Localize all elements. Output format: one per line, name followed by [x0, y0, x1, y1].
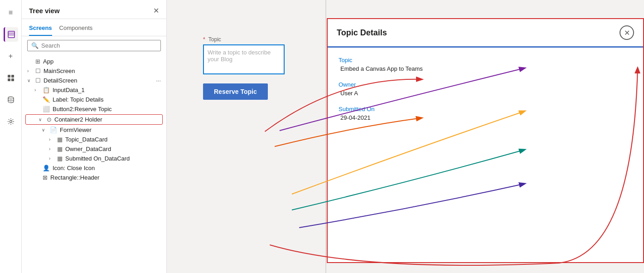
field-value-owner: User A [339, 90, 632, 97]
field-label-text: Topic [208, 36, 221, 43]
tab-components[interactable]: Components [59, 23, 93, 36]
tree-title: Tree view [29, 7, 60, 15]
required-marker: * [203, 36, 205, 43]
screen-icon: ☐ [35, 68, 41, 74]
tree-item-label: Label: Topic Details [53, 96, 104, 103]
canvas-divider [325, 0, 326, 273]
tree-item-label: Owner_DataCard [65, 146, 111, 152]
details-header: Topic Details ✕ [328, 19, 643, 48]
field-label-submittedon: Submitted On [339, 106, 632, 112]
field-group-submittedon: Submitted On 29-04-2021 [339, 106, 632, 121]
chevron-detailscreen: ∨ [27, 78, 34, 83]
left-toolbar: ≡ + [0, 0, 22, 273]
ellipsis-menu[interactable]: ··· [156, 77, 161, 84]
label-icon: ✏️ [43, 96, 50, 103]
container-icon: ⊙ [47, 116, 52, 123]
settings-icon[interactable] [4, 114, 18, 129]
app-icon: ⊞ [35, 58, 40, 65]
tree-item-detailscreen[interactable]: ∨ ☐ DetailScreen ··· [22, 76, 166, 85]
tree-item-label: Button2:Reserve Topic [53, 106, 112, 112]
datacard-icon-submitted: ▦ [57, 155, 63, 162]
tree-item-label: InputData_1 [53, 87, 85, 93]
tree-item-label: DetailScreen [44, 77, 77, 84]
datacard-icon: ▦ [57, 136, 63, 143]
field-label-topic-detail: Topic [339, 57, 632, 63]
tree-header: Tree view ✕ [22, 0, 166, 19]
tree-item-label: Submitted On_DataCard [65, 155, 130, 162]
details-body: Topic Embed a Canvas App to Teams Owner … [328, 48, 643, 139]
menu-icon[interactable]: ≡ [4, 5, 18, 20]
chevron-mainscreen: › [27, 68, 34, 73]
tab-screens[interactable]: Screens [29, 23, 52, 36]
chevron-topic-datacard: › [49, 137, 55, 142]
tree-item-label: Container2 Holder [54, 116, 102, 123]
tree-content: ⊞ App › ☐ MainScreen ∨ ☐ DetailScreen ··… [22, 55, 166, 273]
details-panel: Topic Details ✕ Topic Embed a Canvas App… [327, 18, 644, 263]
tree-close-button[interactable]: ✕ [153, 6, 159, 15]
tree-item-close-icon[interactable]: 👤 Icon: Close Icon [22, 163, 166, 173]
formviewer-icon: 📄 [50, 127, 57, 133]
tree-item-label: Icon: Close Icon [53, 165, 95, 171]
chevron-submittedon-datacard: › [49, 156, 55, 161]
tree-tabs: Screens Components [22, 19, 166, 36]
tree-item-app[interactable]: ⊞ App [22, 57, 166, 66]
svg-rect-4 [11, 75, 14, 78]
tree-item-label: FormViewer [60, 127, 92, 133]
search-input[interactable] [41, 42, 157, 49]
inputdata-icon: 📋 [43, 87, 50, 93]
field-group-topic: Topic Embed a Canvas App to Teams [339, 57, 632, 72]
field-value-submittedon: 29-04-2021 [339, 114, 632, 121]
chevron-inputdata: › [34, 88, 41, 93]
tree-item-container2[interactable]: ∨ ⊙ Container2 Holder [25, 114, 163, 125]
chevron-container2: ∨ [39, 117, 45, 122]
svg-rect-3 [8, 75, 10, 78]
tree-item-rectangle-header[interactable]: ⊠ Rectangle::Header [22, 173, 166, 182]
tree-item-topic-datacard[interactable]: › ▦ Topic_DataCard [22, 135, 166, 144]
tree-item-label: App [43, 58, 53, 65]
topic-input-placeholder: Write a topic to describe your Blog [208, 49, 280, 63]
screen-icon-detail: ☐ [35, 77, 41, 84]
chevron-owner-datacard: › [49, 146, 55, 151]
tree-item-inputdata[interactable]: › 📋 InputData_1 [22, 85, 166, 95]
search-icon: 🔍 [31, 42, 39, 49]
svg-rect-0 [8, 31, 15, 38]
field-group-owner: Owner User A [339, 81, 632, 97]
tree-item-label: MainScreen [44, 68, 75, 74]
reserve-topic-button[interactable]: Reserve Topic [203, 83, 268, 100]
tree-item-owner-datacard[interactable]: › ▦ Owner_DataCard [22, 144, 166, 154]
details-close-button[interactable]: ✕ [620, 25, 634, 40]
tree-panel: Tree view ✕ Screens Components 🔍 ⊞ App ›… [22, 0, 167, 273]
tree-item-label: Rectangle::Header [50, 174, 99, 181]
field-label-topic: * Topic [203, 36, 312, 43]
details-title: Topic Details [337, 28, 387, 38]
close-icon: ✕ [624, 29, 630, 37]
grid-icon[interactable] [4, 71, 18, 85]
search-box[interactable]: 🔍 [27, 40, 161, 51]
tree-item-button-reserve[interactable]: ⬜ Button2:Reserve Topic [22, 104, 166, 114]
tree-item-mainscreen[interactable]: › ☐ MainScreen [22, 66, 166, 76]
layers-icon[interactable] [4, 27, 18, 42]
tree-item-label-topic[interactable]: ✏️ Label: Topic Details [22, 95, 166, 104]
close-person-icon: 👤 [43, 165, 50, 171]
svg-point-7 [8, 97, 14, 99]
field-label-owner: Owner [339, 81, 632, 88]
svg-rect-6 [11, 78, 14, 81]
svg-rect-5 [8, 78, 10, 81]
field-value-topic: Embed a Canvas App to Teams [339, 65, 632, 72]
chevron-formviewer: ∨ [42, 127, 48, 132]
button-icon: ⬜ [43, 106, 50, 112]
data-icon[interactable] [4, 93, 18, 107]
datacard-icon-owner: ▦ [57, 146, 63, 152]
topic-input-field[interactable]: Write a topic to describe your Blog [203, 44, 285, 74]
tree-item-submittedon-datacard[interactable]: › ▦ Submitted On_DataCard [22, 154, 166, 163]
tree-item-label: Topic_DataCard [65, 136, 107, 143]
svg-point-8 [10, 121, 12, 123]
form-panel: * Topic Write a topic to describe your B… [194, 27, 321, 109]
tree-item-formviewer[interactable]: ∨ 📄 FormViewer [22, 125, 166, 135]
canvas-area: * Topic Write a topic to describe your B… [167, 0, 644, 273]
rectangle-icon: ⊠ [43, 174, 48, 181]
plus-icon[interactable]: + [4, 49, 18, 63]
